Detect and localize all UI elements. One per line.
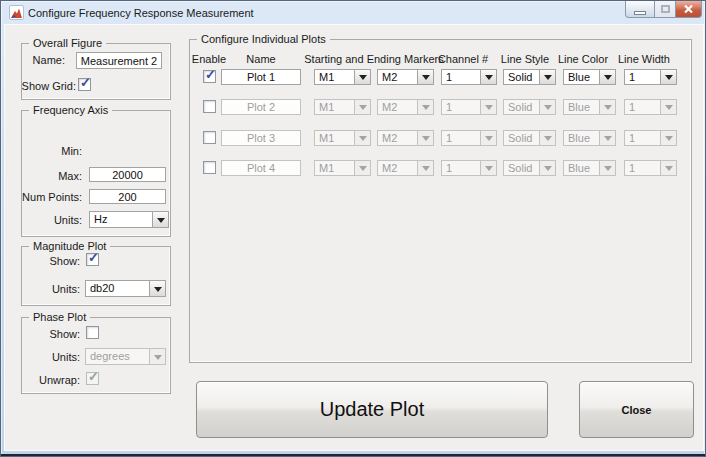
- plot3-marker-start-select: M1: [314, 130, 371, 146]
- close-button[interactable]: Close: [579, 381, 694, 438]
- plot1-line-style-select[interactable]: Solid: [503, 69, 556, 85]
- update-plot-button[interactable]: Update Plot: [196, 381, 548, 438]
- plot1-enable-checkbox[interactable]: ✓: [203, 70, 216, 83]
- selected-value: 1: [442, 100, 480, 114]
- plot3-line-style-select: Solid: [503, 130, 556, 146]
- plot2-enable-checkbox[interactable]: [203, 100, 216, 113]
- dropdown-arrow-icon: [354, 100, 370, 114]
- selected-value: M1: [315, 131, 354, 145]
- plot2-line-style-select: Solid: [503, 99, 556, 115]
- selected-value: 1: [442, 131, 480, 145]
- plot3-name-input: [221, 130, 301, 146]
- configure-individual-plots-group: [189, 39, 692, 363]
- freq-max-label: Max:: [16, 170, 82, 182]
- dropdown-arrow-icon[interactable]: [480, 70, 496, 84]
- dropdown-arrow-icon: [599, 100, 615, 114]
- selected-value: 1: [442, 161, 480, 175]
- plot4-line-width-select: 1: [624, 160, 677, 176]
- selected-value: Solid: [504, 70, 539, 84]
- selected-value: M2: [378, 70, 417, 84]
- dropdown-arrow-icon[interactable]: [152, 212, 168, 227]
- plot1-channel-select[interactable]: 1: [441, 69, 497, 85]
- selected-value: Solid: [504, 161, 539, 175]
- dropdown-arrow-icon: [354, 131, 370, 145]
- plot2-line-color-select: Blue: [563, 99, 616, 115]
- plot3-line-color-select: Blue: [563, 130, 616, 146]
- selected-value: 1: [625, 131, 660, 145]
- selected-value: M2: [378, 161, 417, 175]
- column-header-line-width: Line Width: [614, 53, 674, 65]
- plot3-line-width-select: 1: [624, 130, 677, 146]
- plot1-marker-end-select[interactable]: M2: [377, 69, 434, 85]
- plot2-line-width-select: 1: [624, 99, 677, 115]
- dropdown-arrow-icon: [660, 100, 676, 114]
- window-bottom-edge: [1, 454, 705, 456]
- column-header-line-color: Line Color: [553, 53, 613, 65]
- selected-value: 1: [625, 161, 660, 175]
- dropdown-arrow-icon: [417, 161, 433, 175]
- plot1-line-width-select[interactable]: 1: [624, 69, 677, 85]
- plot4-marker-end-select: M2: [377, 160, 434, 176]
- show-grid-checkbox[interactable]: ✓: [78, 78, 91, 91]
- selected-value: 1: [625, 70, 660, 84]
- dropdown-arrow-icon: [599, 131, 615, 145]
- column-header-markers: Starting and Ending Markers: [299, 53, 449, 65]
- selected-value: Blue: [564, 161, 599, 175]
- phase-show-checkbox[interactable]: [86, 326, 99, 339]
- dropdown-arrow-icon: [660, 131, 676, 145]
- selected-value: M2: [378, 100, 417, 114]
- dropdown-arrow-icon: [539, 161, 555, 175]
- dropdown-arrow-icon: [599, 161, 615, 175]
- phase-plot-group-title: Phase Plot: [29, 311, 90, 323]
- dropdown-arrow-icon[interactable]: [354, 70, 370, 84]
- selected-value: 1: [625, 100, 660, 114]
- dialog-window: Configure Frequency Response Measurement…: [0, 0, 706, 457]
- freq-units-value: Hz: [90, 212, 152, 227]
- freq-units-select[interactable]: Hz: [89, 211, 169, 228]
- dropdown-arrow-icon[interactable]: [417, 70, 433, 84]
- column-header-enable: Enable: [184, 53, 234, 65]
- magnitude-units-select[interactable]: db20: [85, 280, 166, 297]
- selected-value: Solid: [504, 100, 539, 114]
- magnitude-show-checkbox[interactable]: ✓: [86, 253, 99, 266]
- dropdown-arrow-icon: [480, 161, 496, 175]
- phase-units-select: degrees: [85, 348, 166, 365]
- dropdown-arrow-icon[interactable]: [149, 281, 165, 296]
- unwrap-label: Unwrap:: [16, 374, 80, 386]
- selected-value: Blue: [564, 131, 599, 145]
- figure-name-input[interactable]: [76, 52, 162, 69]
- plot1-name-input[interactable]: [221, 69, 301, 85]
- plot4-marker-start-select: M1: [314, 160, 371, 176]
- dropdown-arrow-icon[interactable]: [539, 70, 555, 84]
- check-icon: ✓: [205, 68, 216, 81]
- num-points-input[interactable]: [89, 189, 166, 204]
- selected-value: M1: [315, 161, 354, 175]
- plot3-marker-end-select: M2: [377, 130, 434, 146]
- dropdown-arrow-icon: [539, 100, 555, 114]
- overall-figure-group-title: Overall Figure: [29, 37, 106, 49]
- plot4-name-input: [221, 160, 301, 176]
- dropdown-arrow-icon[interactable]: [599, 70, 615, 84]
- selected-value: Blue: [564, 70, 599, 84]
- plot3-enable-checkbox[interactable]: [203, 131, 216, 144]
- plot2-marker-end-select: M2: [377, 99, 434, 115]
- column-header-name: Name: [231, 53, 291, 65]
- selected-value: M1: [315, 100, 354, 114]
- dropdown-arrow-icon: [149, 349, 165, 364]
- dropdown-arrow-icon: [480, 100, 496, 114]
- column-header-channel: Channel #: [433, 53, 493, 65]
- magnitude-units-value: db20: [86, 281, 149, 296]
- column-header-line-style: Line Style: [495, 53, 555, 65]
- unwrap-checkbox: ✓: [86, 372, 99, 385]
- plot1-line-color-select[interactable]: Blue: [563, 69, 616, 85]
- check-icon: ✓: [88, 251, 99, 264]
- frequency-axis-group-title: Frequency Axis: [29, 104, 112, 116]
- freq-min-label: Min:: [16, 145, 82, 157]
- plot4-enable-checkbox[interactable]: [203, 161, 216, 174]
- plot1-marker-start-select[interactable]: M1: [314, 69, 371, 85]
- dropdown-arrow-icon: [417, 100, 433, 114]
- freq-max-input[interactable]: [89, 167, 166, 182]
- dropdown-arrow-icon[interactable]: [660, 70, 676, 84]
- dropdown-arrow-icon: [660, 161, 676, 175]
- plot4-line-style-select: Solid: [503, 160, 556, 176]
